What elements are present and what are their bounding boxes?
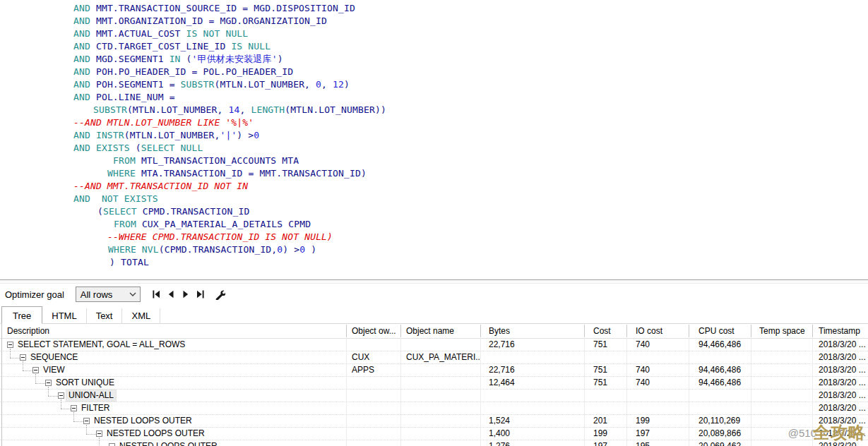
tree-connector (99, 440, 100, 446)
plan-tree-row[interactable]: FILTER2018/3/20 ... (0, 402, 868, 415)
tab-xml[interactable]: XML (122, 308, 160, 323)
last-record-icon (196, 289, 206, 299)
column-header-bytes[interactable]: Bytes (489, 324, 583, 338)
column-separator[interactable] (689, 325, 689, 337)
cell-bytes: 12,464 (489, 377, 583, 389)
cell-io: 199 (636, 415, 688, 427)
column-header-cost[interactable]: Cost (593, 324, 625, 338)
sql-line: SUBSTR(MTLN.LOT_NUMBER, 14, LENGTH(MTLN.… (0, 104, 868, 116)
collapse-icon[interactable] (83, 418, 90, 424)
sql-line: WHERE MTA.TRANSACTION_ID = MMT.TRANSACTI… (0, 167, 868, 180)
tab-tree[interactable]: Tree (1, 306, 42, 324)
cell-time: 2018/3/20 ... (819, 428, 867, 440)
sql-line: --AND MMT.TRANSACTION_ID NOT IN (0, 180, 868, 193)
plan-tree-row[interactable]: VIEWAPPS22,71675174094,466,4862018/3/20 … (0, 364, 868, 377)
first-record-button[interactable] (149, 287, 164, 302)
column-separator[interactable] (751, 325, 751, 337)
tree-connector (61, 402, 61, 409)
cell-io: 740 (636, 364, 688, 376)
sql-line: (SELECT CPMD.TRANSACTION_ID (0, 205, 868, 218)
column-header-io[interactable]: IO cost (636, 324, 687, 338)
optimizer-goal-value: All rows (81, 289, 113, 300)
plan-tree-row[interactable]: NESTED LOOPS OUTER1,27619719520,069,4622… (0, 440, 868, 446)
sql-line: AND EXISTS (SELECT NULL (0, 142, 868, 155)
sql-line: FROM CUX_PA_MATERIAL_A_DETAILS CPMD (0, 218, 868, 231)
column-separator[interactable] (626, 325, 627, 337)
optimizer-goal-select[interactable]: All rows (76, 287, 141, 302)
sql-line: AND POH.PO_HEADER_ID = POL.PO_HEADER_ID (0, 66, 868, 78)
cell-cost: 751 (593, 339, 626, 351)
last-record-button[interactable] (194, 287, 208, 302)
sql-line: ) TOTAL (0, 256, 868, 269)
column-separator[interactable] (584, 325, 585, 337)
plan-operation-label[interactable]: FILTER (79, 403, 112, 414)
column-separator[interactable] (480, 325, 481, 337)
cell-cost: 199 (593, 428, 626, 440)
collapse-icon[interactable] (20, 354, 26, 361)
column-header-time[interactable]: Timestamp (819, 324, 867, 338)
grid-left-border (1, 324, 2, 446)
cell-cost: 197 (593, 440, 626, 446)
optimizer-goal-label: Optimizer goal (5, 289, 64, 300)
tab-html[interactable]: HTML (42, 308, 86, 323)
previous-record-icon (166, 289, 176, 299)
plan-operation-label[interactable]: NESTED LOOPS OUTER (92, 416, 194, 426)
plan-grid: DescriptionObject ow...Object nameBytesC… (0, 324, 868, 446)
column-separator[interactable] (400, 325, 401, 337)
tree-connector (23, 370, 32, 371)
plan-grid-header: DescriptionObject ow...Object nameBytesC… (0, 324, 868, 339)
sql-line: AND CTD.TARGET_COST_LINE_ID IS NULL (0, 40, 868, 53)
plan-operation-label[interactable]: SEQUENCE (28, 352, 80, 363)
column-header-temp[interactable]: Temp space (759, 324, 811, 338)
cell-io: 195 (636, 440, 688, 446)
next-record-button[interactable] (179, 287, 194, 302)
collapse-icon[interactable] (7, 342, 13, 348)
plan-tree-row[interactable]: UNION-ALL2018/3/20 ... (0, 390, 868, 402)
plan-operation-label[interactable]: NESTED LOOPS OUTER (105, 428, 207, 439)
wrench-icon (215, 289, 225, 300)
plan-tree-row[interactable]: SELECT STATEMENT, GOAL = ALL_ROWS22,7167… (0, 339, 868, 351)
plan-tree-row[interactable]: SORT UNIQUE12,46475174094,466,4862018/3/… (0, 377, 868, 390)
tree-connector (10, 358, 20, 358)
collapse-icon[interactable] (109, 443, 115, 446)
plan-tree-row[interactable]: NESTED LOOPS OUTER1,52420119920,110,2692… (0, 415, 868, 428)
plan-toolbar: Optimizer goal All rows (0, 284, 868, 305)
column-separator[interactable] (346, 325, 347, 337)
plan-grid-body[interactable]: SELECT STATEMENT, GOAL = ALL_ROWS22,7167… (0, 339, 868, 446)
cell-bytes: 1,524 (489, 415, 583, 427)
tree-connector (35, 377, 36, 383)
tree-connector (86, 428, 87, 434)
cell-time: 2018/3/20 ... (819, 402, 867, 414)
cell-io: 740 (636, 377, 688, 389)
collapse-icon[interactable] (32, 367, 39, 373)
cell-cost: 201 (593, 415, 626, 427)
plan-operation-label[interactable]: VIEW (41, 365, 67, 375)
collapse-icon[interactable] (96, 430, 102, 437)
sql-editor[interactable]: AND MMT.TRANSACTION_SOURCE_ID = MGD.DISP… (0, 0, 868, 279)
sql-line: --WHERE CPMD.TRANSACTION_ID IS NOT NULL) (0, 231, 868, 243)
collapse-icon[interactable] (71, 405, 77, 411)
preferences-button[interactable] (213, 287, 228, 302)
cell-cpu: 20,089,866 (698, 428, 750, 440)
column-header-owner[interactable]: Object ow... (352, 324, 399, 338)
plan-operation-label[interactable]: SORT UNIQUE (54, 378, 117, 388)
column-header-name[interactable]: Object name (406, 324, 479, 338)
collapse-icon[interactable] (45, 380, 52, 386)
column-header-cpu[interactable]: CPU cost (698, 324, 749, 338)
column-header-desc[interactable]: Description (7, 324, 345, 338)
plan-operation-label[interactable]: NESTED LOOPS OUTER (117, 441, 220, 446)
plsql-explain-plan-window: AND MMT.TRANSACTION_SOURCE_ID = MGD.DISP… (0, 0, 868, 446)
cell-bytes: 22,716 (489, 339, 583, 351)
collapse-icon[interactable] (58, 392, 64, 399)
plan-tree-row[interactable]: SEQUENCECUXCUX_PA_MATERI...2018/3/20 ... (0, 351, 868, 364)
column-separator[interactable] (812, 325, 813, 337)
previous-record-button[interactable] (164, 287, 179, 302)
cell-bytes: 22,716 (489, 364, 583, 376)
sql-line: AND MMT.ACTUAL_COST IS NOT NULL (0, 28, 868, 40)
cell-time: 2018/3/20 ... (819, 351, 867, 363)
plan-tree-row[interactable]: NESTED LOOPS OUTER1,40019919720,089,8662… (0, 428, 868, 440)
tab-text[interactable]: Text (87, 308, 123, 323)
cell-cost: 751 (593, 377, 626, 389)
plan-operation-label[interactable]: UNION-ALL (66, 390, 116, 401)
plan-operation-label[interactable]: SELECT STATEMENT, GOAL = ALL_ROWS (16, 339, 187, 350)
